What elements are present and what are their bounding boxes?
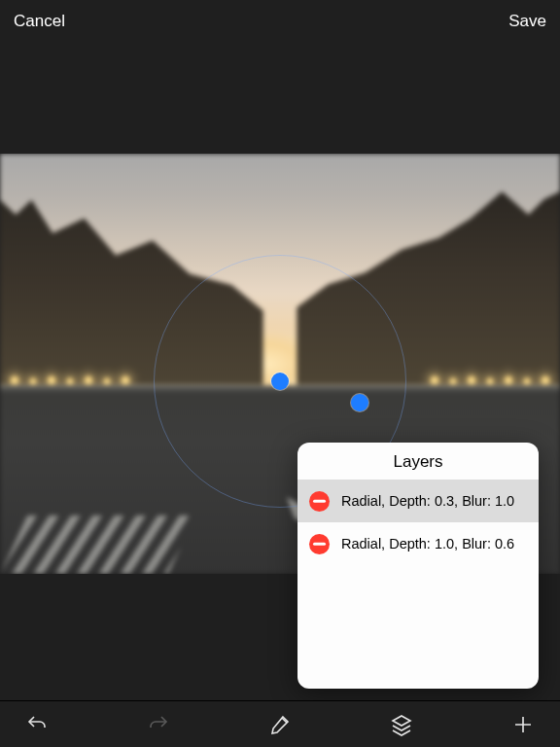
redo-icon (147, 713, 170, 736)
popover-title: Layers (298, 443, 539, 480)
layer-label: Radial, Depth: 1.0, Blur: 0.6 (341, 536, 514, 551)
add-button[interactable] (506, 707, 541, 742)
plus-icon (511, 713, 535, 736)
layers-icon (390, 713, 413, 736)
layers-popover: Layers Radial, Depth: 0.3, Blur: 1.0 Rad… (298, 443, 539, 689)
top-bar: Cancel Save (0, 0, 560, 43)
redo-button[interactable] (141, 707, 176, 742)
layer-row[interactable]: Radial, Depth: 1.0, Blur: 0.6 (298, 522, 539, 565)
save-button[interactable]: Save (508, 12, 546, 31)
bottom-toolbar (0, 700, 560, 747)
radial-center-handle[interactable] (271, 373, 289, 390)
layer-label: Radial, Depth: 0.3, Blur: 1.0 (341, 493, 514, 509)
undo-icon (25, 713, 49, 736)
brush-icon (268, 713, 292, 736)
radial-edge-handle[interactable] (351, 394, 368, 411)
delete-layer-icon[interactable] (309, 491, 330, 512)
undo-button[interactable] (19, 707, 54, 742)
layers-button[interactable] (384, 707, 419, 742)
brush-button[interactable] (262, 707, 298, 742)
cancel-button[interactable]: Cancel (14, 12, 65, 31)
delete-layer-icon[interactable] (309, 534, 330, 554)
popover-arrow (441, 688, 461, 689)
layer-row[interactable]: Radial, Depth: 0.3, Blur: 1.0 (298, 480, 539, 522)
